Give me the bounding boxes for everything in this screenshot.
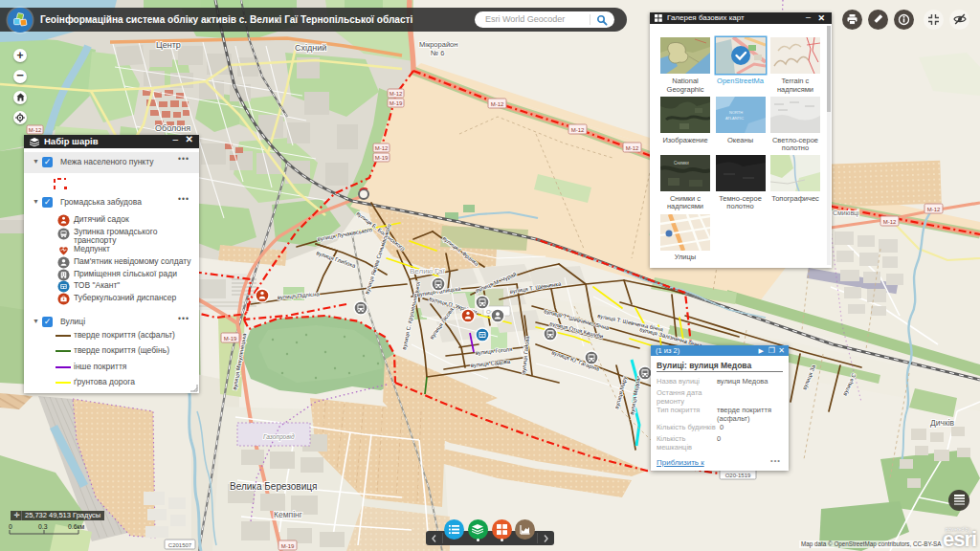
svg-text:М-19: М-19 (281, 543, 295, 549)
svg-text:Кемпінг: Кемпінг (274, 510, 302, 519)
svg-text:М-19: М-19 (224, 336, 237, 342)
svg-text:Газопровід: Газопровід (263, 433, 295, 441)
svg-text:М-12: М-12 (626, 145, 639, 151)
svg-text:ATLANTIC: ATLANTIC (725, 116, 744, 121)
svg-text:М-12: М-12 (883, 219, 897, 225)
svg-text:Центр: Центр (156, 40, 181, 50)
svg-text:Велика Березовиця: Велика Березовиця (230, 481, 317, 492)
svg-text:Східний: Східний (295, 43, 326, 53)
svg-text:М-12: М-12 (571, 127, 585, 133)
svg-text:О20-1519: О20-1519 (725, 473, 751, 478)
svg-text:М-12: М-12 (375, 145, 389, 151)
svg-text:Дичків: Дичків (930, 418, 955, 428)
svg-text:0: 0 (9, 524, 12, 530)
svg-text:М-12: М-12 (29, 127, 42, 133)
svg-text:№ 6: № 6 (431, 49, 444, 57)
svg-text:М-12: М-12 (927, 207, 941, 212)
svg-text:NORTH: NORTH (729, 110, 743, 115)
svg-text:0.6км: 0.6км (68, 524, 84, 530)
svg-text:М-19: М-19 (390, 100, 403, 106)
svg-text:М-12: М-12 (390, 91, 403, 97)
svg-text:Мікрорайон: Мікрорайон (419, 40, 457, 49)
svg-text:М-12: М-12 (491, 101, 504, 107)
svg-text:Снимки: Снимки (674, 161, 689, 165)
svg-text:Оболоня: Оболоня (155, 123, 190, 133)
svg-text:М-19: М-19 (375, 155, 389, 161)
svg-text:Великі Гаї: Великі Гаї (410, 267, 445, 276)
svg-text:Смиківці: Смиківці (833, 209, 859, 217)
svg-text:0.3: 0.3 (38, 524, 48, 530)
svg-text:C201507: C201507 (168, 542, 192, 548)
